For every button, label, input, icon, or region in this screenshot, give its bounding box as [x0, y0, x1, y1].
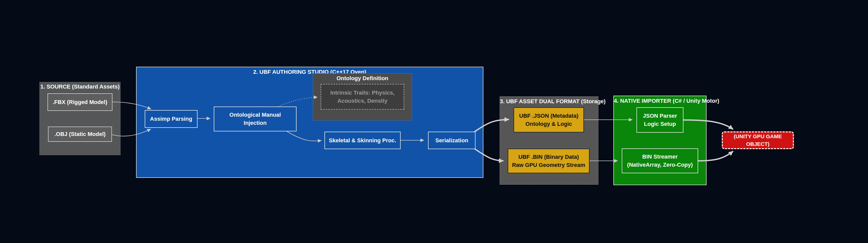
node-intrinsic-traits: Intrinsic Traits: Physics, Acoustics, De…: [321, 84, 404, 110]
node-json-parser: JSON Parser Logic Setup: [637, 107, 683, 133]
node-fbx-source: .FBX (Rigged Model): [48, 93, 113, 111]
node-bin-streamer: BIN Streamer (NativeArray, Zero-Copy): [622, 148, 698, 173]
cluster-authoring-title: 2. UBF AUTHORING STUDIO (C++17 Oven): [136, 69, 483, 75]
cluster-source: 1. SOURCE (Standard Assets): [39, 82, 121, 155]
node-obj-source: .OBJ (Static Model): [48, 127, 112, 142]
node-assimp-parsing: Assimp Parsing: [145, 110, 197, 128]
node-serialization: Serialization: [428, 132, 475, 149]
cluster-source-title: 1. SOURCE (Standard Assets): [39, 83, 121, 90]
cluster-ontology-title: Ontology Definition: [313, 75, 412, 82]
node-ontological-manual-injection: Ontological Manual Injection: [214, 107, 297, 131]
cluster-storage-title: 3. UBF ASSET DUAL FORMAT (Storage): [500, 98, 598, 105]
node-skeletal-skinning: Skeletal & Skinning Proc.: [324, 132, 401, 149]
node-unity-gpu-game-object: (UNITY GPU GAME OBJECT): [722, 131, 794, 149]
cluster-importer-title: 4. NATIVE IMPORTER (C# / Unity Motor): [614, 98, 706, 104]
pipeline-diagram: 1. SOURCE (Standard Assets) 2. UBF AUTHO…: [0, 0, 868, 243]
node-ubf-json-metadata: UBF .JSON (Metadata) Ontology & Logic: [514, 107, 584, 132]
node-ubf-bin-binary: UBF .BIN (Binary Data) Raw GPU Geometry …: [508, 149, 589, 173]
